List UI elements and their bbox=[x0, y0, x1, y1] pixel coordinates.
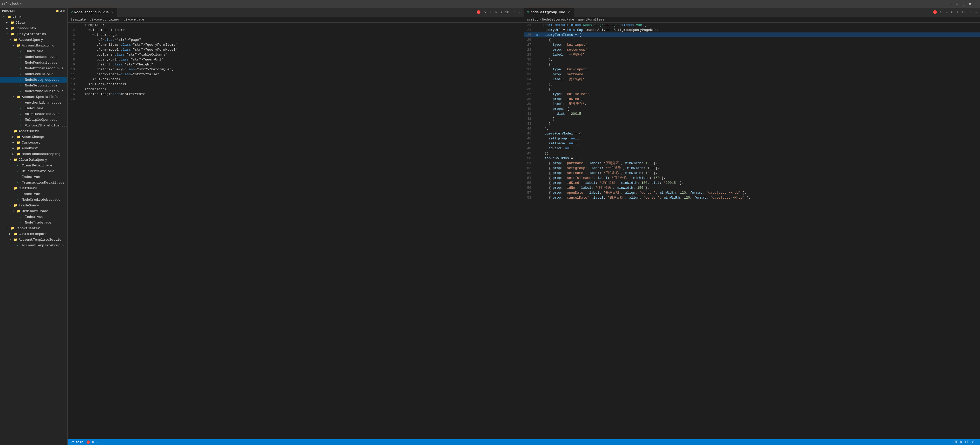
sidebar-label-virtualshareholder-vue: VirtualShareholder.vue bbox=[25, 124, 68, 127]
sidebar-label-anotherlibrary-vue: AnotherLibrary.vue bbox=[25, 101, 61, 105]
left-split-icon[interactable]: ⌃ bbox=[512, 10, 517, 15]
vue-file-icon-r: V bbox=[527, 10, 529, 14]
settings-icon[interactable]: ⚙ bbox=[968, 1, 972, 7]
arrow-custquery: ▾ bbox=[10, 187, 14, 190]
sidebar-item-nodefundbookkeeping[interactable]: ▶📁NodeFundbookkeeping bbox=[0, 151, 67, 157]
right-editor-tab[interactable]: V NodeSettgroup.vue × bbox=[524, 8, 574, 17]
sidebar-item-index-vue-1[interactable]: ✓Index.vue bbox=[0, 48, 67, 54]
left-tab-close[interactable]: × bbox=[110, 10, 115, 14]
grid-icon[interactable]: ⊞ bbox=[949, 1, 953, 7]
sidebar-item-customerreport[interactable]: ▶📁CustomerReport bbox=[0, 231, 67, 237]
table-row: 34 label: '用户名称' bbox=[524, 77, 980, 82]
vue-icon-virtualshareholder-vue: ✓ bbox=[20, 124, 24, 127]
sidebar-item-nodefundacct-vue[interactable]: ✓NodeFundacct.vue bbox=[0, 54, 67, 60]
sidebar-item-nodesetunit-vue[interactable]: ✓NodeSettunit.vue bbox=[0, 82, 67, 88]
sidebar-title: Project bbox=[2, 10, 16, 13]
left-more-icon[interactable]: ⋯ bbox=[517, 10, 522, 15]
vue-icon-index-vue-5: ✓ bbox=[20, 215, 24, 219]
sidebar-item-index-vue-3[interactable]: ✓Index.vue bbox=[0, 174, 67, 180]
right-more-icon[interactable]: ⋯ bbox=[974, 10, 978, 15]
sidebar-item-assetchange[interactable]: ▶📁AssetChange bbox=[0, 134, 67, 140]
sidebar-item-nodefundunit-vue[interactable]: ✓NodeFundunit.vue bbox=[0, 60, 67, 65]
breadcrumb-script[interactable]: script bbox=[527, 18, 538, 22]
sidebar-item-views[interactable]: ▾📁views bbox=[0, 14, 67, 20]
sidebar-item-reportcenter[interactable]: ▾📁ReportCenter bbox=[0, 225, 67, 231]
folder-icon-custquery: 📁 bbox=[14, 187, 18, 190]
new-file-icon[interactable]: + bbox=[52, 10, 54, 13]
sidebar-label-deliverysafe-vue: DeliverySafe.vue bbox=[22, 169, 54, 173]
sidebar-item-cleardetail-vue[interactable]: ✓ClearDetail.vue bbox=[0, 163, 67, 168]
breadcrumb-class[interactable]: NodeSettgroupPage bbox=[542, 18, 574, 22]
sidebar-item-accountbasicinfo[interactable]: ▾📁AccountBasicInfo bbox=[0, 43, 67, 48]
table-row: 75 bbox=[68, 97, 524, 101]
sidebar-item-accounttemplatesettle[interactable]: ▾📁AccountTemplateSettle bbox=[0, 237, 67, 242]
folder-icon-nodefundbookkeeping: 📁 bbox=[17, 152, 21, 156]
right-editor-content[interactable]: 23export default class NodeSettgroupPage… bbox=[524, 22, 980, 439]
table-row: 44 ]; bbox=[524, 126, 980, 131]
folder-icon-assetchange: 📁 bbox=[17, 135, 21, 139]
sidebar-item-deliverysafe-vue[interactable]: ✓DeliverySafe.vue bbox=[0, 168, 67, 174]
sidebar-item-tradequery[interactable]: ▾📁TradeQuery bbox=[0, 203, 67, 208]
sidebar-item-custquery[interactable]: ▾📁CustQuery bbox=[0, 185, 67, 191]
sidebar-item-nodestkholdunit-vue[interactable]: ✓NodeStkholdunit.vue bbox=[0, 88, 67, 94]
right-split-icon[interactable]: ⌃ bbox=[969, 10, 973, 15]
refresh-icon[interactable]: ↺ bbox=[60, 10, 62, 13]
right-tab-bar-actions: ⛔ 5 ⚠ 6 ℹ 10 ⌃ ⋯ bbox=[932, 10, 980, 15]
table-row: 48 idKind: null bbox=[524, 146, 980, 151]
vue-icon-nodefundunit-vue: ✓ bbox=[20, 61, 24, 65]
sidebar-item-nodecreditdebts-vue[interactable]: ✓NodeCreditdebts.vue bbox=[0, 197, 67, 203]
minus-icon[interactable]: − bbox=[974, 1, 978, 7]
table-row: 39 label: '证件类别', bbox=[524, 101, 980, 106]
left-editor-content[interactable]: 1<template>2 <ui-com-container>3 <ui-com… bbox=[68, 22, 524, 439]
sidebar-item-custasset[interactable]: ▶📁CustAsset bbox=[0, 140, 67, 146]
sidebar-item-commoninfo[interactable]: ▶📁CommonInfo bbox=[0, 25, 67, 31]
sidebar-item-index-vue-4[interactable]: ✓Index.vue bbox=[0, 191, 67, 197]
folder-icon-cleardataquery: 📁 bbox=[14, 158, 18, 162]
breadcrumb-page[interactable]: ui-com-page bbox=[124, 18, 144, 22]
sidebar-item-accounttemplatecomp-vue[interactable]: ✓AccountTemplateComp.vue bbox=[0, 242, 67, 248]
sidebar-item-fundcost[interactable]: ▶📁FundCost bbox=[0, 146, 67, 151]
table-row: 45 queryFormModel = { bbox=[524, 131, 980, 136]
sidebar-item-index-vue-2[interactable]: ✓Index.vue bbox=[0, 105, 67, 111]
breadcrumb-items[interactable]: queryFormItems bbox=[578, 18, 605, 22]
sidebar-item-nodetrade-vue[interactable]: ✓NodeTrade.vue bbox=[0, 220, 67, 225]
collapse-icon[interactable]: ⊟ bbox=[63, 10, 65, 13]
sidebar-item-assetquery[interactable]: ▾📁AssetQuery bbox=[0, 128, 67, 134]
table-row: 25 queryFormItems = [ bbox=[524, 32, 980, 37]
sidebar-item-nodesettgroup-vue[interactable]: ✓NodeSettgroup.vue bbox=[0, 77, 67, 82]
sidebar-item-anotherlibrary-vue[interactable]: ✓AnotherLibrary.vue bbox=[0, 100, 67, 105]
sidebar-item-clear[interactable]: ▶📁Clear bbox=[0, 20, 67, 25]
arrow-custasset: ▶ bbox=[13, 141, 17, 144]
breadcrumb-template[interactable]: template bbox=[71, 18, 86, 22]
sidebar-item-cleardataquery[interactable]: ▾📁ClearDataQuery bbox=[0, 157, 67, 163]
right-tab-close[interactable]: × bbox=[567, 10, 571, 14]
dropdown-arrow[interactable]: ▾ bbox=[20, 2, 22, 6]
sidebar-item-virtualshareholder-vue[interactable]: ✓VirtualShareholder.vue bbox=[0, 122, 67, 128]
title-bar: ⬡ Project ▾ ⊞ ≡ ⋮ ⚙ − bbox=[0, 0, 980, 8]
sidebar-item-querystatistics[interactable]: ▾📁QueryStatistics bbox=[0, 31, 67, 37]
arrow-accountquery: ▾ bbox=[10, 38, 14, 41]
list-icon[interactable]: ≡ bbox=[955, 1, 959, 7]
sidebar-item-accountquery[interactable]: ▾📁AccountQuery bbox=[0, 37, 67, 43]
folder-icon-accountbasicinfo: 📁 bbox=[17, 44, 21, 48]
sidebar-item-multiheadbind-vue[interactable]: ✓MultiHeadBind.vue bbox=[0, 111, 67, 117]
sidebar-item-index-vue-5[interactable]: ✓Index.vue bbox=[0, 214, 67, 220]
sidebar-item-nodeoftransacct-vue[interactable]: ✓NodeOftransacct.vue bbox=[0, 65, 67, 71]
table-row: 47 settname: null, bbox=[524, 141, 980, 146]
arrow-reportcenter: ▾ bbox=[6, 226, 10, 230]
sidebar-item-nodesecuid-vue[interactable]: ✓NodeSecuid.vue bbox=[0, 71, 67, 77]
left-editor-tab[interactable]: V NodeSettgroup.vue × bbox=[68, 8, 118, 17]
vue-icon-index-vue-3: ✓ bbox=[17, 175, 21, 179]
dots-icon[interactable]: ⋮ bbox=[961, 1, 966, 7]
sidebar-item-transactiondetail-vue[interactable]: ✓TransactionDetail.vue bbox=[0, 180, 67, 185]
sidebar-item-multipleopen-vue[interactable]: ✓MultipleOpen.vue bbox=[0, 117, 67, 122]
sidebar-label-ordinarytrade: OrdinaryTrade bbox=[22, 209, 48, 213]
table-row: 42 } bbox=[524, 116, 980, 121]
sidebar-item-ordinarytrade[interactable]: ▾📁OrdinaryTrade bbox=[0, 208, 67, 214]
new-folder-icon[interactable]: 📁 bbox=[56, 10, 59, 13]
breadcrumb-container[interactable]: ui-com-container bbox=[90, 18, 119, 22]
vue-icon-nodesettgroup-vue: ✓ bbox=[20, 78, 24, 82]
sep2: › bbox=[121, 18, 123, 22]
sidebar-item-accountspecialinfo[interactable]: ▾📁AccountSpecialInfo bbox=[0, 94, 67, 100]
vue-file-icon: V bbox=[71, 10, 73, 14]
